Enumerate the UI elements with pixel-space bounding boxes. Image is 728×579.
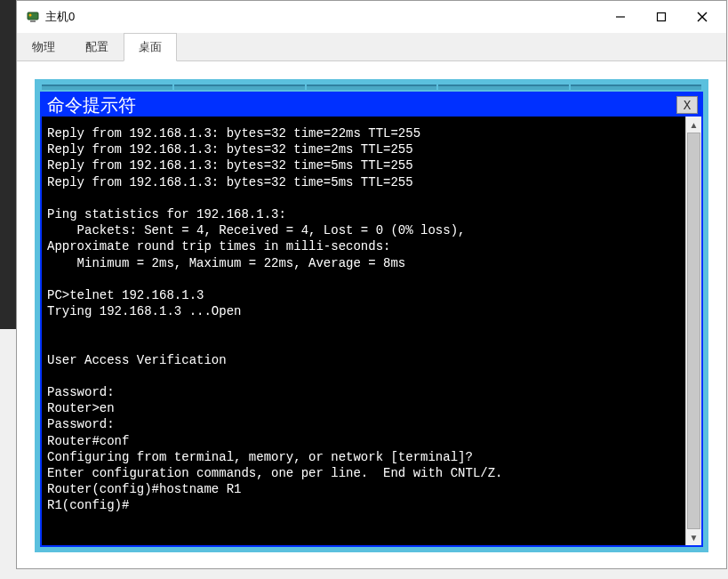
terminal-close-button[interactable]: X bbox=[676, 96, 698, 114]
scroll-thumb[interactable] bbox=[687, 133, 700, 529]
terminal-title: 命令提示符 bbox=[47, 93, 136, 117]
scroll-up-button[interactable]: ▲ bbox=[686, 117, 701, 133]
svg-rect-0 bbox=[28, 12, 38, 20]
desktop-panel: 命令提示符 X Reply from 192.168.1.3: bytes=32… bbox=[17, 61, 726, 568]
app-icon bbox=[26, 10, 40, 24]
app-window: 主机0 物理 配置 桌面 命令提示符 X bbox=[16, 0, 727, 569]
close-button[interactable] bbox=[682, 4, 723, 30]
terminal-body-wrap: Reply from 192.168.1.3: bytes=32 time=22… bbox=[42, 117, 701, 545]
desktop-background: 命令提示符 X Reply from 192.168.1.3: bytes=32… bbox=[35, 79, 708, 552]
svg-point-2 bbox=[29, 14, 32, 17]
editor-gutter-fragment bbox=[0, 0, 16, 329]
titlebar[interactable]: 主机0 bbox=[17, 1, 726, 33]
terminal-output[interactable]: Reply from 192.168.1.3: bytes=32 time=22… bbox=[42, 117, 685, 545]
svg-rect-4 bbox=[658, 13, 666, 21]
maximize-button[interactable] bbox=[641, 4, 682, 30]
window-controls bbox=[600, 4, 723, 30]
tab-desktop[interactable]: 桌面 bbox=[124, 33, 177, 61]
desktop-shortcut-row bbox=[40, 84, 703, 92]
terminal-titlebar[interactable]: 命令提示符 X bbox=[42, 93, 701, 117]
minimize-button[interactable] bbox=[600, 4, 641, 30]
tabbar: 物理 配置 桌面 bbox=[17, 33, 726, 61]
window-title: 主机0 bbox=[45, 9, 75, 25]
scroll-down-button[interactable]: ▼ bbox=[686, 529, 701, 545]
terminal-scrollbar[interactable]: ▲ ▼ bbox=[685, 117, 701, 545]
svg-rect-1 bbox=[30, 20, 36, 22]
tab-physical[interactable]: 物理 bbox=[17, 33, 70, 60]
command-prompt-window: 命令提示符 X Reply from 192.168.1.3: bytes=32… bbox=[40, 92, 703, 547]
tab-config[interactable]: 配置 bbox=[70, 33, 124, 60]
